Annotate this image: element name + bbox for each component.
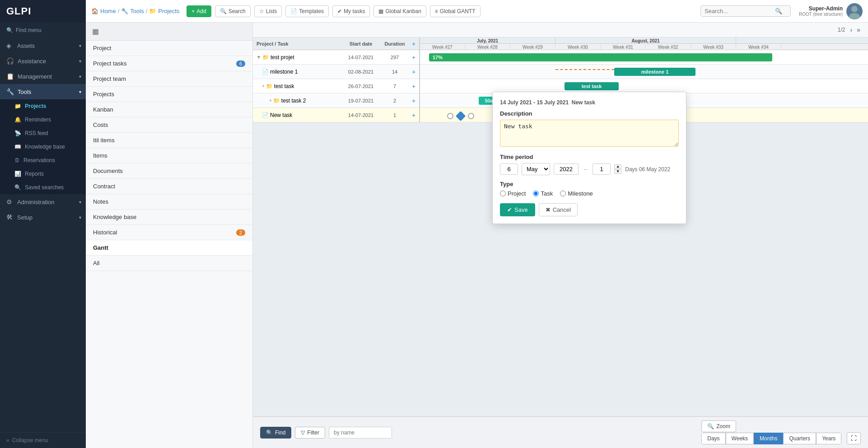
expand-btn-2[interactable]: +: [262, 84, 265, 89]
type-milestone-radio[interactable]: [560, 191, 566, 196]
collapse-menu-btn[interactable]: « Collapse menu: [0, 432, 86, 448]
gantt-last-btn[interactable]: »: [854, 25, 863, 34]
fullscreen-btn[interactable]: ⛶: [847, 432, 861, 444]
type-project-option[interactable]: Project: [500, 190, 526, 197]
week-27: Week #27: [420, 44, 465, 50]
sidebar-item-administration[interactable]: ⚙ Administration: [0, 194, 86, 210]
add-button[interactable]: + Add: [187, 5, 211, 17]
search-button[interactable]: 🔍 Search: [215, 5, 251, 17]
menu-contract[interactable]: Contract: [86, 179, 252, 194]
popup-month-select[interactable]: May June July: [522, 163, 550, 175]
filter-icon: ▽: [301, 429, 305, 436]
task-add-1[interactable]: +: [408, 68, 419, 75]
gantt-bar-2[interactable]: test task: [565, 82, 619, 90]
menu-gantt[interactable]: Gantt: [86, 240, 252, 256]
quarters-btn[interactable]: Quarters: [783, 433, 816, 444]
zoom-zoom-button[interactable]: 🔍 Zoom: [701, 420, 736, 432]
svg-point-1: [849, 13, 860, 19]
find-button[interactable]: 🔍 Find: [260, 427, 291, 439]
popup-duration-stepper[interactable]: ▲ ▼: [614, 164, 621, 174]
menu-costs[interactable]: Costs: [86, 117, 252, 133]
month-july: July, 2021: [420, 37, 555, 43]
menu-kanban[interactable]: Kanban: [86, 102, 252, 117]
expand-btn-0[interactable]: ▼: [257, 55, 261, 60]
type-milestone-option[interactable]: Milestone: [560, 190, 593, 197]
breadcrumb-projects[interactable]: Projects: [158, 8, 179, 14]
type-project-radio[interactable]: [500, 191, 506, 196]
task-add-4[interactable]: +: [408, 112, 419, 119]
sidebar-sub-saved-searches[interactable]: 🔍 Saved searches: [0, 181, 86, 194]
weeks-btn[interactable]: Weeks: [726, 433, 754, 444]
administration-icon: ⚙: [6, 198, 14, 205]
menu-project-tasks[interactable]: Project tasks 6: [86, 56, 252, 71]
lists-button[interactable]: ☆ Lists: [254, 5, 282, 17]
sidebar-sub-reminders[interactable]: 🔔 Reminders: [0, 113, 86, 126]
type-task-radio[interactable]: [533, 191, 539, 196]
months-btn[interactable]: Months: [754, 433, 783, 444]
col-add-header[interactable]: +: [408, 40, 419, 47]
popup-timeperiod-label: Time period: [500, 154, 679, 160]
task-start-2: 26-07-2021: [341, 84, 381, 89]
bottom-search-input[interactable]: [329, 427, 392, 439]
templates-button[interactable]: 📄 Templates: [285, 5, 329, 17]
menu-all[interactable]: All: [86, 256, 252, 271]
menu-knowledge-base[interactable]: Knowledge base: [86, 210, 252, 225]
sidebar-item-assets[interactable]: ◈ Assets: [0, 38, 86, 53]
task-row-4: 📄 New task 14-07-2021 1 +: [253, 108, 419, 122]
menu-documents[interactable]: Documents: [86, 163, 252, 179]
menu-project[interactable]: Project: [86, 41, 252, 56]
menu-items[interactable]: Items: [86, 148, 252, 163]
gantt-bar-0[interactable]: 17%: [429, 53, 772, 61]
topbar-search[interactable]: 🔍: [700, 5, 791, 17]
expand-btn-3[interactable]: +: [269, 98, 272, 103]
task-add-0[interactable]: +: [408, 54, 419, 61]
task-add-2[interactable]: +: [408, 83, 419, 90]
dur-down-btn[interactable]: ▼: [614, 169, 621, 174]
filter-button[interactable]: ▽ Filter: [295, 427, 325, 439]
gantt-next-btn[interactable]: ›: [848, 25, 855, 34]
tools-icon: 🔧: [6, 88, 14, 95]
user-area[interactable]: Super-Admin ROOT (tree structure): [799, 3, 863, 19]
popup-separator: –: [582, 166, 589, 173]
popup-title: 14 July 2021 - 15 July 2021 New task: [500, 99, 679, 106]
popup-description-input[interactable]: New task: [500, 120, 679, 147]
days-btn[interactable]: Days: [701, 433, 725, 444]
my-tasks-button[interactable]: ✔ My tasks: [332, 5, 370, 17]
avatar[interactable]: [846, 3, 863, 19]
sidebar: GLPI 🔍 Find menu ◈ Assets 🎧 Assistance 📋…: [0, 0, 86, 448]
find-menu-btn[interactable]: 🔍 Find menu: [0, 23, 86, 38]
popup-cancel-button[interactable]: ✖ Cancel: [539, 203, 578, 216]
menu-notes[interactable]: Notes: [86, 194, 252, 210]
menu-historical[interactable]: Historical 2: [86, 225, 252, 240]
milestone-dot-right: [468, 113, 474, 119]
sidebar-item-tools[interactable]: 🔧 Tools: [0, 84, 86, 99]
menu-project-team[interactable]: Project team: [86, 71, 252, 87]
popup-duration-input[interactable]: [593, 163, 611, 175]
sidebar-sub-reports[interactable]: 📊 Reports: [0, 167, 86, 181]
gantt-bar-1[interactable]: milestone 1: [614, 68, 695, 76]
years-btn[interactable]: Years: [816, 433, 841, 444]
global-gantt-button[interactable]: ≡ Global GANTT: [430, 5, 481, 17]
menu-projects[interactable]: Projects: [86, 87, 252, 102]
menu-itil-items[interactable]: Itil items: [86, 133, 252, 148]
sidebar-sub-rss[interactable]: 📡 RSS feed: [0, 126, 86, 140]
month-august: August, 2021: [555, 37, 736, 43]
task-add-3[interactable]: +: [408, 97, 419, 104]
breadcrumb-tools[interactable]: Tools: [130, 8, 144, 14]
type-task-option[interactable]: Task: [533, 190, 553, 197]
popup-year-input[interactable]: [554, 163, 579, 175]
dur-up-btn[interactable]: ▲: [614, 164, 621, 169]
popup-day-input[interactable]: [500, 163, 518, 175]
sidebar-sub-reservations[interactable]: 🗓 Reservations: [0, 154, 86, 167]
zoom-icon: 🔍: [707, 423, 714, 429]
sidebar-item-setup[interactable]: 🛠 Setup: [0, 210, 86, 225]
sidebar-item-assistance[interactable]: 🎧 Assistance: [0, 53, 86, 69]
popup-save-button[interactable]: ✔ Save: [500, 203, 535, 216]
sidebar-item-management[interactable]: 📋 Management: [0, 69, 86, 84]
lists-icon: ☆: [259, 8, 264, 14]
sidebar-sub-knowledge[interactable]: 📖 Knowledge base: [0, 140, 86, 154]
sidebar-sub-projects[interactable]: 📁 Projects: [0, 99, 86, 113]
global-kanban-button[interactable]: ▦ Global Kanban: [373, 5, 426, 17]
breadcrumb-home[interactable]: Home: [100, 8, 116, 14]
search-input[interactable]: [705, 8, 772, 14]
